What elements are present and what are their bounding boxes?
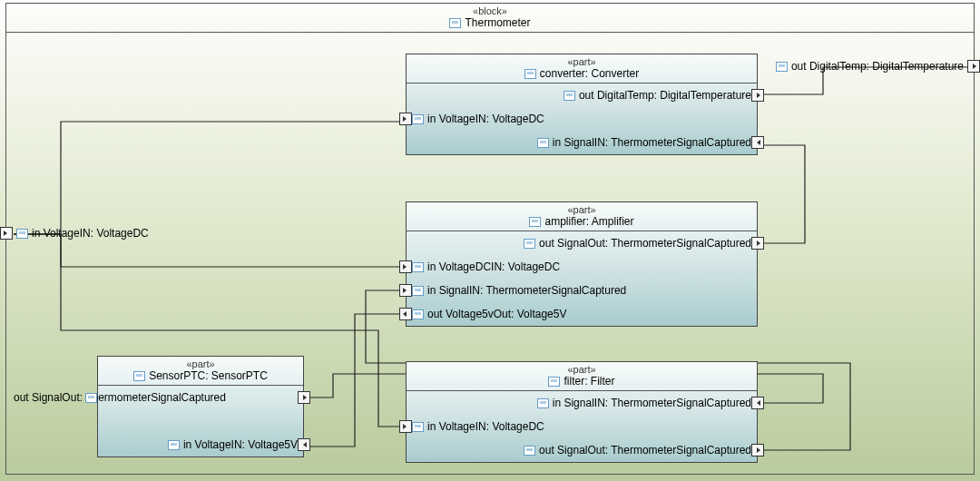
part-name: filter: Filter <box>564 375 614 388</box>
property-icon <box>776 62 788 72</box>
property-icon <box>537 398 549 408</box>
property-icon <box>524 239 535 249</box>
svg-marker-10 <box>303 395 307 400</box>
port-label: out SignalOut: ThermometerSignalCaptured <box>539 444 751 456</box>
part-stereotype: «part» <box>407 364 757 375</box>
port-label: in VoltageIN: VoltageDC <box>32 227 149 240</box>
part-stereotype: «part» <box>407 204 757 215</box>
port-in-icon <box>751 397 764 409</box>
port-label: in VoltageIN: VoltageDC <box>427 113 544 125</box>
svg-marker-7 <box>403 264 407 270</box>
outer-port-digitaltemp[interactable]: out DigitalTemp: DigitalTemperature <box>776 60 980 73</box>
converter-port-digitaltemp-out[interactable]: out DigitalTemp: DigitalTemperature <box>407 83 757 107</box>
port-out-icon <box>751 237 764 250</box>
part-header: «part» filter: Filter <box>407 362 757 391</box>
outer-port-voltagein[interactable]: in VoltageIN: VoltageDC <box>0 227 149 240</box>
property-icon <box>16 229 28 239</box>
part-name: amplifier: Amplifier <box>544 215 633 228</box>
part-converter[interactable]: «part» converter: Converter out DigitalT… <box>406 54 758 155</box>
svg-marker-11 <box>303 442 307 447</box>
port-out-icon <box>751 89 764 102</box>
svg-marker-3 <box>757 93 760 98</box>
block-icon <box>524 69 536 79</box>
property-icon <box>412 422 424 432</box>
amplifier-port-voltage5vout[interactable]: out Voltage5vOut: Voltage5V <box>407 302 757 326</box>
block-thermometer: «block» Thermometer i <box>5 3 975 475</box>
converter-port-signalin[interactable]: in SignalIN: ThermometerSignalCaptured <box>407 131 757 154</box>
part-header: «part» amplifier: Amplifier <box>407 202 757 231</box>
port-in-icon <box>298 438 310 451</box>
port-in-icon <box>399 260 412 273</box>
property-icon <box>412 286 424 296</box>
block-stereotype: «block» <box>6 5 974 16</box>
port-label: in VoltageIN: Voltage5V <box>183 438 298 451</box>
port-label: out Voltage5vOut: Voltage5V <box>427 308 566 320</box>
property-icon <box>85 393 97 403</box>
port-label: out SignalOut: ThermometerSignalCaptured <box>14 391 226 404</box>
port-label: out DigitalTemp: DigitalTemperature <box>579 89 751 102</box>
part-header: «part» converter: Converter <box>407 54 757 83</box>
amplifier-port-signalout[interactable]: out SignalOut: ThermometerSignalCaptured <box>407 231 757 255</box>
part-name: converter: Converter <box>540 67 639 80</box>
part-stereotype: «part» <box>98 358 303 369</box>
sensor-port-signalout[interactable]: out SignalOut: ThermometerSignalCaptured <box>98 386 303 409</box>
port-label: in VoltageIN: VoltageDC <box>427 420 544 433</box>
svg-marker-12 <box>757 400 760 406</box>
svg-marker-6 <box>757 240 760 246</box>
block-header: «block» Thermometer <box>6 4 974 33</box>
filter-port-signalout[interactable]: out SignalOut: ThermometerSignalCaptured <box>407 438 757 462</box>
svg-marker-5 <box>757 140 760 145</box>
part-sensor[interactable]: «part» SensorPTC: SensorPTC out SignalOu… <box>97 356 304 457</box>
port-in-icon <box>751 136 764 149</box>
port-out-icon <box>399 308 412 320</box>
port-label: in SignalIN: ThermometerSignalCaptured <box>553 136 751 149</box>
port-label: in SignalIN: ThermometerSignalCaptured <box>553 397 751 409</box>
amplifier-port-voltagedcin[interactable]: in VoltageDCIN: VoltageDC <box>407 255 757 279</box>
part-amplifier[interactable]: «part» amplifier: Amplifier out SignalOu… <box>406 201 758 327</box>
port-out-icon <box>967 60 980 73</box>
port-in-icon <box>0 227 13 240</box>
port-label: out DigitalTemp: DigitalTemperature <box>791 60 964 73</box>
property-icon <box>412 114 424 124</box>
part-header: «part» SensorPTC: SensorPTC <box>98 357 303 386</box>
port-out-icon <box>751 444 764 456</box>
port-out-icon <box>298 391 310 404</box>
filter-port-voltagein[interactable]: in VoltageIN: VoltageDC <box>407 415 757 438</box>
port-in-icon <box>399 420 412 433</box>
property-icon <box>168 440 180 450</box>
port-label: in VoltageDCIN: VoltageDC <box>427 260 560 273</box>
property-icon <box>412 309 424 319</box>
property-icon <box>412 262 424 272</box>
property-icon <box>537 138 549 148</box>
block-name: Thermometer <box>465 16 530 29</box>
svg-marker-14 <box>757 447 760 453</box>
port-label: in SignalIN: ThermometerSignalCaptured <box>427 284 626 297</box>
port-in-icon <box>399 113 412 125</box>
part-stereotype: «part» <box>407 56 757 67</box>
part-filter[interactable]: «part» filter: Filter in SignalIN: Therm… <box>406 361 758 463</box>
svg-marker-4 <box>403 116 407 122</box>
port-label: out SignalOut: ThermometerSignalCaptured <box>539 237 751 250</box>
svg-marker-9 <box>403 311 407 317</box>
part-name: SensorPTC: SensorPTC <box>149 369 268 382</box>
filter-port-signalin[interactable]: in SignalIN: ThermometerSignalCaptured <box>407 391 757 415</box>
svg-marker-2 <box>973 64 976 69</box>
sensor-port-voltagein[interactable]: in VoltageIN: Voltage5V <box>98 433 303 456</box>
svg-marker-13 <box>403 424 407 429</box>
amplifier-port-signalin[interactable]: in SignalIN: ThermometerSignalCaptured <box>407 279 757 302</box>
converter-port-voltagein[interactable]: in VoltageIN: VoltageDC <box>407 107 757 131</box>
block-icon <box>449 18 461 28</box>
block-icon <box>548 377 560 387</box>
property-icon <box>524 446 535 456</box>
svg-marker-8 <box>403 288 407 293</box>
block-icon <box>529 217 541 227</box>
block-icon <box>133 371 145 381</box>
property-icon <box>564 91 575 101</box>
port-in-icon <box>399 284 412 297</box>
